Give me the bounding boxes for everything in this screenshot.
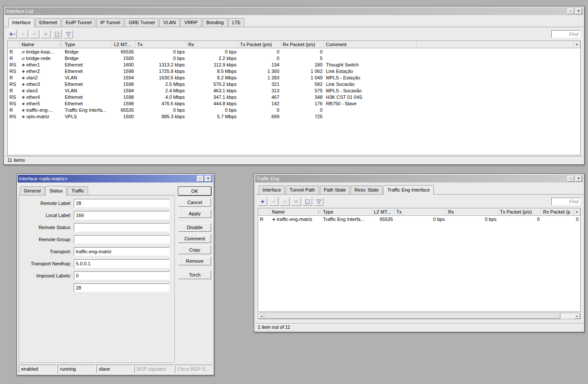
scroll-left-button[interactable]: ◄	[258, 313, 264, 319]
maximize-button[interactable]: □	[197, 176, 204, 182]
column-select-button[interactable]: ▼	[573, 209, 580, 216]
comment-button[interactable]: Comment	[178, 234, 211, 243]
remote-status-field[interactable]	[74, 223, 170, 232]
column-header-tx-packet-p-s[interactable]: Tx Packet (p/s)	[498, 208, 541, 216]
column-header-tx[interactable]: Tx	[136, 41, 187, 48]
close-button[interactable]: ✕	[205, 176, 212, 182]
filter-button[interactable]	[63, 30, 73, 38]
imposed-labels-field[interactable]	[74, 271, 170, 280]
column-header-name[interactable]: Name/	[20, 41, 63, 48]
column-header-empty[interactable]	[417, 41, 580, 48]
add-button[interactable]: + ▾	[7, 30, 17, 38]
transport-field[interactable]	[74, 247, 170, 256]
tab-status[interactable]: Status	[45, 186, 66, 195]
tab-lte[interactable]: LTE	[228, 18, 244, 27]
close-button[interactable]: ✕	[575, 176, 582, 182]
tab-ip-tunnel[interactable]: IP Tunnel	[96, 18, 124, 27]
table-row[interactable]: RS❖ether4Ethernet15984.0 Mbps347.1 kbps4…	[8, 94, 580, 100]
remote-group-field[interactable]	[74, 235, 170, 244]
column-header-l2-mt[interactable]: L2 MT...	[372, 208, 395, 216]
tab-interface[interactable]: Interface	[259, 186, 285, 194]
enable-button[interactable]: ✓	[280, 197, 290, 206]
apply-button[interactable]: Apply	[178, 209, 211, 218]
interface-list-titlebar[interactable]: Interface List □ ✕	[5, 7, 583, 15]
tab-eoip-tunnel[interactable]: EoIP Tunnel	[62, 18, 95, 27]
tab-gre-tunnel[interactable]: GRE Tunnel	[125, 18, 158, 27]
column-header-comment[interactable]: Comment	[324, 41, 417, 48]
close-button[interactable]: ✕	[575, 8, 582, 14]
scrollbar-thumb[interactable]	[264, 313, 560, 319]
find-input[interactable]	[551, 30, 581, 38]
column-header-type[interactable]: Type	[321, 208, 372, 216]
add-button[interactable]: +	[258, 197, 267, 206]
copy-button[interactable]: Copy	[178, 246, 211, 254]
horizontal-scrollbar[interactable]: ◄ ►	[258, 313, 581, 319]
cell-name: ❖vlan2	[20, 74, 63, 81]
table-row[interactable]: RS❖ether5Ethernet1598476.5 kbps444.8 kbp…	[8, 100, 580, 107]
tab-path-state[interactable]: Path State	[320, 186, 350, 194]
disable-button[interactable]: ✕	[291, 197, 301, 206]
tab-ethernet[interactable]: Ethernet	[35, 18, 61, 27]
column-header-rx[interactable]: Rx	[187, 41, 238, 48]
disable-button[interactable]: ✕	[41, 30, 51, 38]
find-input[interactable]	[551, 198, 581, 205]
remove-button[interactable]: −	[269, 197, 278, 206]
tab-tunnel-path[interactable]: Tunnel Path	[286, 186, 319, 194]
add-icon: +	[9, 31, 13, 37]
column-header-type[interactable]: Type	[63, 41, 112, 48]
tab-bonding[interactable]: Bonding	[202, 18, 228, 27]
local-label-field[interactable]	[74, 211, 170, 220]
enable-button[interactable]: ✓	[30, 30, 39, 38]
column-header-empty[interactable]	[258, 208, 270, 216]
cell-rx: 112.9 kbps	[187, 61, 238, 68]
comment-icon	[305, 199, 310, 204]
table-row[interactable]: RS❖ether1Ethernet16001313.2 kbps112.9 kb…	[8, 61, 580, 68]
column-header-l2-mt[interactable]: L2 MT...	[112, 41, 136, 48]
table-row[interactable]: R❖vlan3VLAN15942.4 Mbps463.1 kbps313575M…	[8, 87, 580, 94]
column-select-button[interactable]: ▼	[573, 41, 580, 48]
traffic-eng-titlebar[interactable]: Traffic Eng □ ✕	[255, 175, 583, 183]
table-row[interactable]: RS❖ether3Ethernet15982.5 Mbps570.2 kbps3…	[8, 81, 580, 87]
scroll-right-button[interactable]: ►	[574, 313, 580, 319]
transport-nexthop-field[interactable]	[74, 259, 170, 268]
table-row[interactable]: RS❖ether2Ethernet15981725.8 kbps8.5 Mbps…	[8, 68, 580, 74]
tab-general[interactable]: General	[20, 186, 44, 195]
filter-button[interactable]	[314, 197, 323, 206]
tab-resv-state[interactable]: Resv. State	[351, 186, 383, 194]
column-header-tx-packet-p-s[interactable]: Tx Packet (p/s)	[238, 41, 281, 48]
ok-button[interactable]: OK	[178, 187, 211, 195]
table-row[interactable]: R⇄bridge-redeBridge15000 bps2.2 kbps05	[8, 55, 580, 61]
port-icon: ❖	[22, 102, 25, 106]
cell-filler	[417, 107, 580, 113]
table-row[interactable]: R⇄bridge-loop...Bridge655350 bps0 bps00	[8, 48, 580, 55]
remove-button[interactable]: −	[19, 30, 28, 38]
column-header-tx[interactable]: Tx	[395, 208, 446, 216]
comment-button[interactable]	[52, 30, 62, 38]
disable-button[interactable]: Disable	[178, 223, 211, 232]
tab-vlan[interactable]: VLAN	[159, 18, 180, 27]
imposed-labels-2-field[interactable]	[74, 283, 170, 292]
cell-l2mtu: 65535	[372, 216, 395, 222]
torch-button[interactable]: Torch	[178, 271, 211, 279]
column-header-rx-packet-p-s[interactable]: Rx Packet (p/s)	[281, 41, 324, 48]
table-row[interactable]: RS❖vpls-matrizVPLS1500885.3 kbps5.7 Mbps…	[8, 113, 580, 120]
tab-traffic-eng-interface[interactable]: Traffic Eng Interface	[383, 185, 433, 195]
maximize-button[interactable]: □	[567, 8, 574, 14]
cell-type: Ethernet	[63, 100, 112, 107]
table-row[interactable]: R❖vlan2VLAN15941630.5 kbps8.2 Mbps1 2831…	[8, 74, 580, 81]
cell-comment: Link Estação	[324, 68, 417, 74]
table-row[interactable]: R❖traffic-eng-matrizTraffic Eng Interfa.…	[258, 216, 580, 222]
tab-interface[interactable]: Interface	[8, 18, 35, 27]
cancel-button[interactable]: Cancel	[178, 198, 211, 207]
remove-button[interactable]: Remove	[178, 257, 211, 265]
tab-traffic[interactable]: Traffic	[67, 186, 88, 195]
comment-button[interactable]	[303, 197, 312, 206]
column-header-name[interactable]: Name/	[270, 208, 321, 216]
maximize-button[interactable]: □	[567, 176, 574, 182]
interface-name: traffic-eng-matriz	[277, 217, 312, 222]
table-row[interactable]: R❖traffic-eng-...Traffic Eng Interfa...6…	[8, 107, 580, 113]
column-header-rx[interactable]: Rx	[446, 208, 498, 216]
column-header-empty[interactable]	[8, 41, 20, 48]
remote-label-field[interactable]	[74, 199, 170, 208]
tab-vrrp[interactable]: VRRP	[180, 18, 202, 27]
